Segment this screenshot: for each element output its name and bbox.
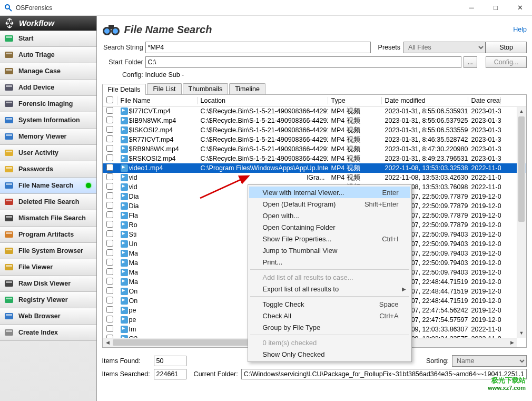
menu-separator [250, 269, 409, 270]
table-row[interactable]: $R77ICVT.mp4C:\$Recycle.Bin\S-1-5-21-490… [103, 135, 526, 144]
sidebar-item-system-information[interactable]: System Information [0, 112, 96, 129]
help-link[interactable]: Help [513, 26, 527, 33]
sidebar-item-raw-disk-viewer[interactable]: Raw Disk Viewer [0, 276, 96, 292]
start-folder-input[interactable] [145, 56, 461, 68]
table-row[interactable]: $I77ICVT.mp4C:\$Recycle.Bin\S-1-5-21-490… [103, 106, 526, 116]
minimize-button[interactable]: ─ [459, 0, 484, 16]
row-checkbox[interactable] [106, 306, 113, 313]
table-row[interactable]: video1.mp4C:\Program Files\WindowsApps\A… [103, 163, 526, 173]
tab-timeline[interactable]: Timeline [229, 83, 265, 94]
row-checkbox[interactable] [106, 316, 113, 322]
menu-item[interactable]: Open Containing Folder [249, 221, 410, 233]
row-checkbox[interactable] [106, 164, 113, 171]
row-checkbox[interactable] [106, 183, 113, 190]
sidebar-item-web-browser[interactable]: Web Browser [0, 308, 96, 325]
row-checkbox[interactable] [106, 287, 113, 294]
sidebar-item-user-activity[interactable]: User Activity [0, 145, 96, 161]
menu-item[interactable]: Print... [249, 256, 410, 268]
select-all-checkbox[interactable] [106, 96, 113, 103]
row-checkbox[interactable] [106, 192, 113, 199]
sidebar-item-deleted-file-search[interactable]: Deleted File Search [0, 194, 96, 210]
row-checkbox[interactable] [106, 126, 113, 133]
row-checkbox[interactable] [106, 249, 113, 256]
sidebar-item-memory-viewer[interactable]: Memory Viewer [0, 129, 96, 145]
menu-item[interactable]: Show File Properties...Ctrl+I [249, 233, 410, 244]
svg-rect-11 [6, 102, 12, 103]
row-checkbox[interactable] [106, 259, 113, 266]
row-checkbox[interactable] [106, 154, 113, 161]
tab-file-details[interactable]: File Details [102, 84, 146, 95]
table-row[interactable]: $RB9N8WK.mp4C:\$Recycle.Bin\S-1-5-21-490… [103, 144, 526, 154]
vertical-scrollbar[interactable]: ▲ ▼ [517, 107, 526, 338]
row-checkbox[interactable] [106, 221, 113, 228]
row-checkbox[interactable] [106, 278, 113, 285]
menu-item[interactable]: Open with... [249, 210, 410, 221]
row-checkbox[interactable] [106, 325, 113, 332]
sidebar-item-auto-triage[interactable]: Auto Triage [0, 47, 96, 63]
sidebar-item-mismatch-file-search[interactable]: Mismatch File Search [0, 210, 96, 227]
stop-button[interactable]: Stop [486, 42, 527, 53]
row-checkbox[interactable] [106, 107, 113, 114]
row-checkbox[interactable] [106, 116, 113, 123]
sidebar-icon [3, 294, 15, 306]
menu-item[interactable]: View with Internal Viewer...Enter [249, 187, 410, 198]
sidebar-item-file-viewer[interactable]: File Viewer [0, 259, 96, 276]
close-button[interactable]: ✕ [508, 0, 532, 16]
row-checkbox[interactable] [106, 202, 113, 209]
table-row[interactable]: $RSKOSI2.mp4C:\$Recycle.Bin\S-1-5-21-490… [103, 154, 526, 163]
menu-item[interactable]: Jump to Thumbnail View [249, 244, 410, 256]
sidebar-item-registry-viewer[interactable]: Registry Viewer [0, 292, 96, 308]
config-button[interactable]: Config... [486, 56, 527, 68]
col-filename[interactable]: File Name [117, 97, 198, 104]
row-checkbox[interactable] [106, 135, 113, 142]
row-checkbox[interactable] [106, 211, 113, 218]
svg-rect-34 [5, 297, 13, 303]
row-checkbox[interactable] [106, 145, 113, 152]
menu-item-label: Add list of all results to case... [263, 273, 353, 281]
scroll-up-icon[interactable]: ▲ [517, 107, 526, 116]
row-checkbox[interactable] [106, 268, 113, 275]
search-string-label: Search String [102, 44, 143, 51]
sidebar-item-file-system-browser[interactable]: File System Browser [0, 243, 96, 259]
scroll-down-icon[interactable]: ▼ [517, 329, 526, 338]
col-created[interactable]: Date created [468, 97, 501, 104]
sidebar-item-manage-case[interactable]: Manage Case [0, 63, 96, 80]
sidebar-item-passwords[interactable]: Passwords [0, 161, 96, 178]
svg-rect-2 [5, 35, 13, 42]
menu-item[interactable]: Group by File Type [249, 321, 410, 333]
svg-rect-37 [6, 314, 12, 316]
col-modified[interactable]: Date modified [382, 97, 468, 104]
row-checkbox[interactable] [106, 173, 113, 180]
maximize-button[interactable]: □ [484, 0, 508, 16]
scroll-right-icon[interactable]: ▶ [508, 338, 517, 347]
scroll-left-icon[interactable]: ◀ [103, 338, 112, 347]
menu-item[interactable]: Show Only Checked [249, 348, 410, 360]
menu-item[interactable]: Export list of all results to▶ [249, 283, 410, 295]
sidebar-icon [3, 212, 15, 224]
presets-select[interactable]: All Files [403, 42, 486, 53]
row-checkbox[interactable] [106, 240, 113, 247]
tab-file-list[interactable]: File List [147, 83, 181, 94]
sidebar-item-file-name-search[interactable]: File Name Search [0, 178, 96, 194]
search-string-input[interactable] [145, 42, 371, 53]
table-row[interactable]: $IB9N8WK.mp4C:\$Recycle.Bin\S-1-5-21-490… [103, 116, 526, 125]
sorting-select[interactable]: Name [452, 355, 527, 367]
table-row[interactable]: vidlGra...MP4 视频2022-11-08, 13:53:03.426… [103, 173, 526, 182]
file-icon [121, 259, 128, 267]
sidebar-item-forensic-imaging[interactable]: Forensic Imaging [0, 96, 96, 112]
tab-thumbnails[interactable]: Thumbnails [183, 83, 229, 94]
sidebar-item-create-index[interactable]: Create Index [0, 325, 96, 341]
table-row[interactable]: $ISKOSI2.mp4C:\$Recycle.Bin\S-1-5-21-490… [103, 125, 526, 135]
sidebar-item-add-device[interactable]: Add Device [0, 80, 96, 96]
row-checkbox[interactable] [106, 230, 113, 237]
browse-button[interactable]: ... [464, 56, 477, 68]
sidebar-item-program-artifacts[interactable]: Program Artifacts [0, 227, 96, 243]
menu-item[interactable]: Open (Default Program)Shift+Enter [249, 198, 410, 210]
menu-item[interactable]: Check AllCtrl+A [249, 310, 410, 321]
col-type[interactable]: Type [328, 97, 382, 104]
row-checkbox[interactable] [106, 297, 113, 304]
col-location[interactable]: Location [198, 97, 328, 104]
menu-item[interactable]: Toggle CheckSpace [249, 298, 410, 310]
scroll-thumb-v[interactable] [518, 116, 525, 222]
sidebar-item-start[interactable]: Start [0, 31, 96, 47]
